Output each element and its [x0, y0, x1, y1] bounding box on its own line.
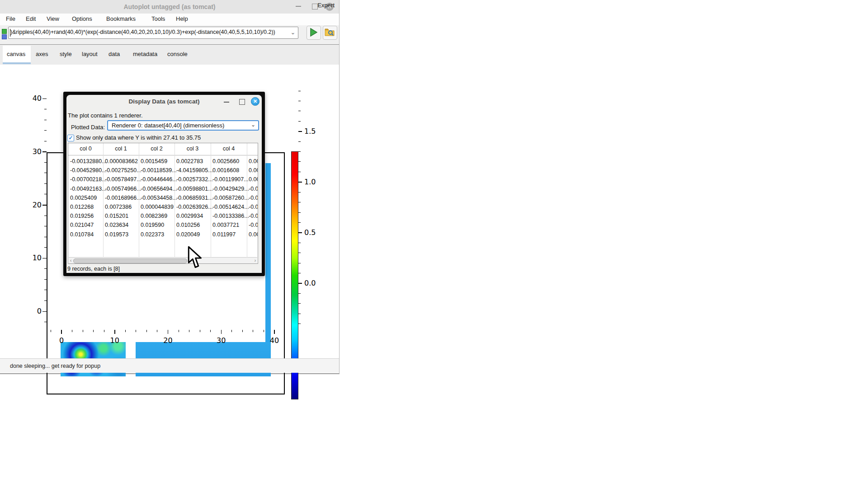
menu-help[interactable]: Help: [176, 15, 188, 22]
table-cell[interactable]: 0.0015459: [141, 157, 167, 166]
menu-edit[interactable]: Edit: [26, 15, 36, 22]
colorbar-tick-label: 1.0: [304, 178, 316, 186]
table-cell[interactable]: 0.019590: [141, 221, 164, 230]
table-cell[interactable]: 0.019573: [105, 230, 128, 239]
menu-tools[interactable]: Tools: [151, 15, 165, 22]
table-cell[interactable]: -0.0: [249, 211, 258, 221]
scrollbar-thumb[interactable]: [73, 258, 187, 263]
table-header-cell[interactable]: col 0: [68, 145, 103, 152]
uri-dropdown-icon[interactable]: ⌄: [289, 28, 297, 37]
table-cell[interactable]: -0.0: [249, 221, 258, 230]
table-cell[interactable]: 0.019256: [70, 211, 94, 221]
x-minor-tick: [125, 330, 126, 332]
dialog-close-icon[interactable]: ✕: [251, 97, 259, 106]
menu-bookmarks[interactable]: Bookmarks: [106, 15, 136, 22]
table-cell[interactable]: -4.04159805...: [176, 166, 213, 175]
plotted-data-select[interactable]: Renderer 0: dataset[40,40] (dimensionles…: [107, 120, 259, 131]
table-cell[interactable]: 0.00: [249, 175, 258, 184]
table-cell[interactable]: -0.00534458...: [141, 193, 177, 202]
table-cell[interactable]: -0.00168966...: [105, 193, 142, 202]
tab-axes[interactable]: axes: [36, 51, 48, 57]
tab-data[interactable]: data: [108, 51, 120, 57]
table-cell[interactable]: 0.010784: [70, 230, 94, 239]
x-tick: [274, 330, 275, 334]
table-cell[interactable]: 0.0082369: [141, 211, 167, 221]
tab-canvas[interactable]: canvas: [7, 51, 25, 57]
table-cell[interactable]: -0.00598801...: [176, 184, 213, 193]
table-cell[interactable]: 0.012268: [70, 202, 94, 211]
table-cell[interactable]: 0.0022783: [176, 157, 203, 166]
table-cell[interactable]: 0.020049: [176, 230, 200, 239]
table-cell[interactable]: -0.00132880...: [70, 157, 107, 166]
expert-menu[interactable]: Expert: [317, 2, 335, 9]
tab-style[interactable]: style: [60, 51, 72, 57]
table-cell[interactable]: 0.021047: [70, 221, 94, 230]
scroll-left-icon[interactable]: ‹: [70, 258, 71, 263]
table-header-cell[interactable]: col 3: [175, 145, 211, 152]
table-cell[interactable]: 0.0025409: [70, 193, 97, 202]
menu-options[interactable]: Options: [72, 15, 92, 22]
table-cell[interactable]: -0.00263926...: [176, 202, 213, 211]
table-cell[interactable]: 0.0029934: [176, 211, 203, 221]
table-cell[interactable]: -0.00452980...: [70, 166, 107, 175]
x-tick: [168, 330, 169, 334]
table-cell[interactable]: 0.00: [249, 157, 258, 166]
data-table[interactable]: ‹ › col 0col 1col 2col 3col 4-0.00132880…: [68, 143, 258, 264]
table-cell[interactable]: -0.0: [249, 202, 258, 211]
table-cell[interactable]: 0.022373: [141, 230, 164, 239]
table-cell[interactable]: -0.00257332...: [176, 175, 213, 184]
table-cell[interactable]: 0.00: [249, 166, 258, 175]
table-cell[interactable]: -0.00446446...: [141, 175, 177, 184]
table-cell[interactable]: -0.0: [249, 193, 258, 202]
table-cell[interactable]: -0.00587260...: [212, 193, 249, 202]
table-cell[interactable]: 0.023634: [105, 221, 128, 230]
table-cell[interactable]: 0.00: [249, 230, 258, 239]
table-cell[interactable]: 0.0072386: [105, 202, 132, 211]
maximize-icon[interactable]: [312, 4, 318, 9]
y-minor-tick: [44, 322, 47, 322]
table-cell[interactable]: -0.00574966...: [105, 184, 142, 193]
uri-input[interactable]: )&ripples(40,40)+rand(40,40)*(exp(-dista…: [8, 27, 298, 39]
scroll-right-icon[interactable]: ›: [255, 258, 256, 263]
dialog-minimize-icon[interactable]: [224, 102, 229, 103]
table-cell[interactable]: -0.00133386...: [212, 211, 249, 221]
filter-checkbox[interactable]: ✓: [67, 135, 74, 141]
table-header-cell[interactable]: col 1: [103, 145, 139, 152]
table-cell[interactable]: -0.00429429...: [212, 184, 249, 193]
table-cell[interactable]: -0.00700218...: [70, 175, 107, 184]
table-cell[interactable]: 0.000083662: [105, 157, 138, 166]
table-cell[interactable]: 0.015201: [105, 211, 128, 221]
table-header-cell[interactable]: col 2: [139, 145, 175, 152]
y-minor-tick: [44, 120, 47, 120]
go-button[interactable]: [307, 26, 321, 40]
tab-console[interactable]: console: [167, 51, 188, 57]
table-header-cell[interactable]: col 4: [211, 145, 247, 152]
table-cell[interactable]: -0.00578497...: [105, 175, 142, 184]
table-cell[interactable]: 0.0037721: [212, 221, 239, 230]
minimize-icon[interactable]: [296, 6, 301, 7]
table-cell[interactable]: -0.00492163...: [70, 184, 107, 193]
table-cell[interactable]: 0.010256: [176, 221, 200, 230]
dialog-title-bar[interactable]: Display Data (as tomcat) ✕: [66, 95, 262, 108]
table-cell[interactable]: -0.0: [249, 184, 258, 193]
colorbar-minor-tick: [298, 253, 301, 253]
table-cell[interactable]: -0.00514624...: [212, 202, 249, 211]
tab-metadata[interactable]: metadata: [133, 51, 157, 57]
tab-layout[interactable]: layout: [82, 51, 98, 57]
dialog-maximize-icon[interactable]: [239, 99, 245, 105]
open-file-button[interactable]: [323, 26, 337, 40]
horizontal-scrollbar[interactable]: ‹ ›: [69, 257, 257, 264]
menu-file[interactable]: File: [6, 15, 15, 22]
table-cell[interactable]: -0.00118539...: [141, 166, 177, 175]
table-cell[interactable]: 0.011997: [212, 230, 236, 239]
table-cell[interactable]: 0.000044839: [141, 202, 174, 211]
table-cell[interactable]: 0.0016608: [212, 166, 239, 175]
table-cell[interactable]: -0.00685931...: [176, 193, 213, 202]
x-tick-label: 0: [52, 336, 71, 345]
menu-view[interactable]: View: [47, 15, 59, 22]
table-cell[interactable]: -0.00656494...: [141, 184, 177, 193]
title-bar[interactable]: Autoplot untagged (as tomcat) ✕: [0, 0, 339, 14]
table-cell[interactable]: -0.00275250...: [105, 166, 142, 175]
table-cell[interactable]: 0.0025660: [212, 157, 239, 166]
table-cell[interactable]: -0.00119907...: [212, 175, 249, 184]
